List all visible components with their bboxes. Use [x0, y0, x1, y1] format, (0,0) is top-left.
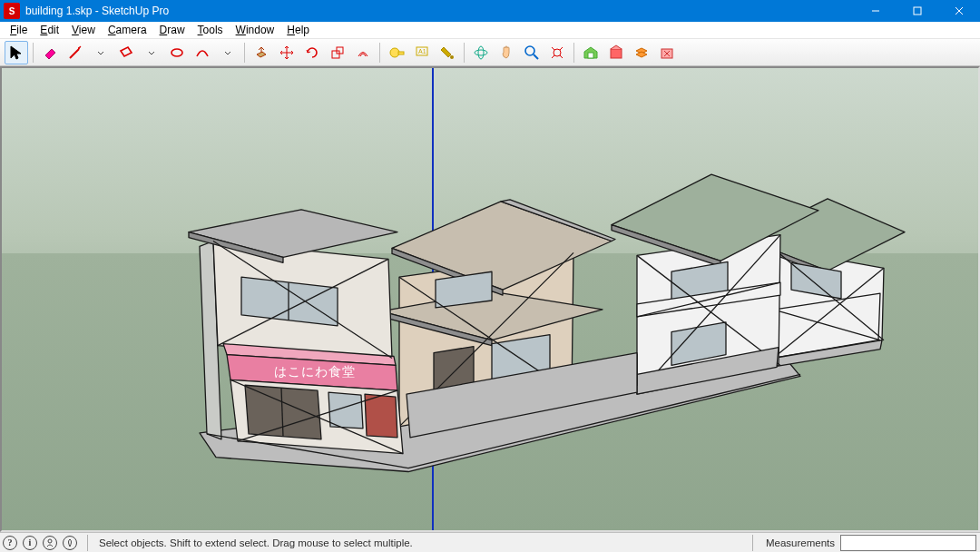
maximize-button[interactable]: [897, 0, 938, 22]
svg-marker-52: [365, 394, 397, 438]
tool-select[interactable]: [5, 41, 28, 64]
tool-circle[interactable]: [165, 41, 189, 64]
tool-arc[interactable]: [191, 41, 214, 64]
tool-rectangle[interactable]: [114, 41, 138, 64]
menu-view[interactable]: View: [65, 23, 102, 37]
svg-point-8: [450, 55, 454, 59]
tool-pushpull[interactable]: [250, 41, 273, 64]
menu-file[interactable]: File: [4, 23, 34, 37]
tool-orbit[interactable]: [469, 41, 493, 64]
tool-arc-dropdown-icon[interactable]: [216, 41, 240, 64]
status-info-icon[interactable]: i: [23, 536, 37, 550]
menubar: File Edit View Camera Draw Tools Window …: [0, 22, 980, 39]
svg-point-1: [172, 49, 182, 56]
tool-move[interactable]: [275, 41, 299, 64]
statusbar: ? i Select objects. Shift to extend sele…: [0, 532, 980, 552]
menu-edit[interactable]: Edit: [34, 23, 65, 37]
tool-extension-warehouse[interactable]: [604, 41, 628, 64]
tool-rotate[interactable]: [300, 41, 324, 64]
svg-rect-2: [332, 51, 339, 58]
tool-tape[interactable]: [385, 41, 408, 64]
svg-point-53: [48, 539, 52, 543]
tool-line-dropdown-icon[interactable]: [89, 41, 113, 64]
window-title: building 1.skp - SketchUp Pro: [24, 5, 169, 17]
svg-rect-13: [588, 53, 593, 58]
svg-rect-5: [398, 52, 404, 54]
toolbar: A1: [0, 39, 980, 66]
tool-rectangle-dropdown-icon[interactable]: [140, 41, 163, 64]
tool-paint[interactable]: [436, 41, 459, 64]
status-hint: Select objects. Shift to extend select. …: [95, 537, 413, 548]
svg-point-11: [525, 46, 534, 55]
viewport[interactable]: はこにわ食堂: [0, 66, 980, 532]
tool-line[interactable]: [64, 41, 87, 64]
menu-help[interactable]: Help: [280, 23, 316, 37]
svg-rect-0: [914, 7, 921, 15]
svg-rect-14: [611, 49, 622, 58]
menu-window[interactable]: Window: [230, 23, 281, 37]
tool-eraser[interactable]: [38, 41, 62, 64]
status-user-icon[interactable]: [43, 536, 57, 550]
tool-zoom-extents[interactable]: [545, 41, 569, 64]
menu-tools[interactable]: Tools: [191, 23, 230, 37]
measurements-label: Measurements: [760, 537, 840, 548]
scene-model: はこにわ食堂: [2, 68, 978, 530]
svg-point-9: [475, 50, 487, 55]
close-button[interactable]: [938, 0, 980, 22]
svg-text:A1: A1: [418, 48, 426, 54]
minimize-button[interactable]: [855, 0, 897, 22]
tool-warehouse[interactable]: [579, 41, 603, 64]
shop-sign-text: はこにわ食堂: [274, 364, 356, 379]
svg-point-12: [554, 49, 561, 56]
tool-delete[interactable]: [655, 41, 679, 64]
svg-point-10: [478, 46, 484, 59]
tool-pan[interactable]: [495, 41, 518, 64]
status-help-icon[interactable]: ?: [3, 536, 17, 550]
status-geo-icon[interactable]: [63, 536, 77, 550]
app-icon: S: [4, 3, 20, 19]
menu-draw[interactable]: Draw: [153, 23, 191, 37]
titlebar: S building 1.skp - SketchUp Pro: [0, 0, 980, 22]
tool-layers[interactable]: [630, 41, 653, 64]
tool-offset[interactable]: [351, 41, 375, 64]
tool-text[interactable]: A1: [410, 41, 434, 64]
menu-camera[interactable]: Camera: [102, 23, 153, 37]
tool-zoom[interactable]: [520, 41, 544, 64]
measurements-input[interactable]: [840, 535, 976, 551]
tool-scale[interactable]: [326, 41, 349, 64]
